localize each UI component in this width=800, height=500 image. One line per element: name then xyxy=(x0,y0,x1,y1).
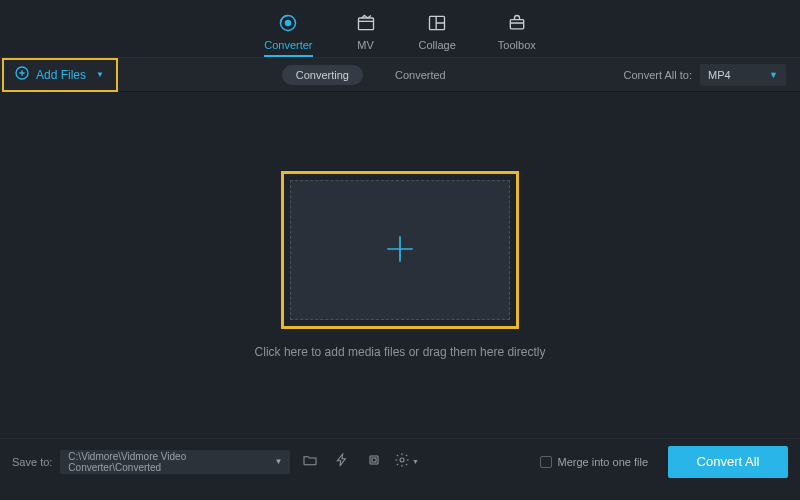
nav-tab-mv[interactable]: MV xyxy=(355,13,377,57)
tab-converted[interactable]: Converted xyxy=(381,65,460,85)
nav-label: Collage xyxy=(419,39,456,51)
collage-icon xyxy=(426,13,448,35)
chevron-down-icon: ▼ xyxy=(412,458,419,465)
dropzone-highlight xyxy=(281,171,519,329)
format-selected-value: MP4 xyxy=(708,69,731,81)
gpu-toggle[interactable] xyxy=(362,450,386,474)
plus-icon xyxy=(383,232,417,269)
folder-icon xyxy=(302,452,318,471)
svg-rect-6 xyxy=(370,456,378,464)
nav-tab-toolbox[interactable]: Toolbox xyxy=(498,13,536,57)
open-folder-button[interactable] xyxy=(298,450,322,474)
main-area: Click here to add media files or drag th… xyxy=(0,92,800,438)
save-path-select[interactable]: C:\Vidmore\Vidmore Video Converter\Conve… xyxy=(60,450,290,474)
convert-all-to-group: Convert All to: MP4 ▼ xyxy=(624,64,800,86)
high-speed-toggle[interactable] xyxy=(330,450,354,474)
svg-point-1 xyxy=(286,21,291,26)
secondary-bar: Add Files ▼ Converting Converted Convert… xyxy=(0,58,800,92)
plus-circle-icon xyxy=(14,65,30,84)
nav-label: MV xyxy=(357,39,374,51)
nav-label: Toolbox xyxy=(498,39,536,51)
status-tabs: Converting Converted xyxy=(118,65,624,85)
add-files-button[interactable]: Add Files ▼ xyxy=(2,58,118,92)
merge-label: Merge into one file xyxy=(558,456,649,468)
nav-label: Converter xyxy=(264,39,312,51)
mv-icon xyxy=(355,13,377,35)
toolbox-icon xyxy=(506,13,528,35)
tab-converting[interactable]: Converting xyxy=(282,65,363,85)
chevron-down-icon: ▼ xyxy=(769,70,778,80)
save-path-value: C:\Vidmore\Vidmore Video Converter\Conve… xyxy=(68,451,274,473)
lightning-off-icon xyxy=(334,452,350,471)
chevron-down-icon: ▼ xyxy=(274,457,282,466)
save-to-label: Save to: xyxy=(12,456,52,468)
bottom-bar: Save to: C:\Vidmore\Vidmore Video Conver… xyxy=(0,438,800,484)
drop-hint-text: Click here to add media files or drag th… xyxy=(255,345,546,359)
merge-checkbox[interactable]: Merge into one file xyxy=(540,456,649,468)
dropzone[interactable] xyxy=(290,180,510,320)
settings-button[interactable]: ▼ xyxy=(394,450,418,474)
gear-icon xyxy=(394,452,410,471)
svg-point-8 xyxy=(400,458,404,462)
svg-rect-2 xyxy=(358,18,373,30)
convert-all-to-label: Convert All to: xyxy=(624,69,692,81)
converter-icon xyxy=(277,13,299,35)
convert-all-button[interactable]: Convert All xyxy=(668,446,788,478)
nav-tab-collage[interactable]: Collage xyxy=(419,13,456,57)
format-select[interactable]: MP4 ▼ xyxy=(700,64,786,86)
chip-off-icon xyxy=(366,452,382,471)
chevron-down-icon: ▼ xyxy=(96,70,104,79)
svg-rect-7 xyxy=(372,458,376,462)
checkbox-box xyxy=(540,456,552,468)
add-files-label: Add Files xyxy=(36,68,86,82)
svg-rect-4 xyxy=(510,20,523,29)
top-nav: Converter MV Collage Toolbox xyxy=(0,0,800,58)
nav-tab-converter[interactable]: Converter xyxy=(264,13,312,57)
